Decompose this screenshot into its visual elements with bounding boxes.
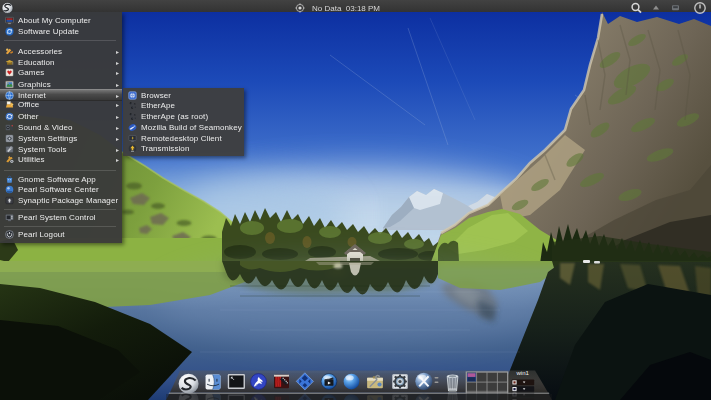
svg-text:No Data 03:18 PM: No Data 03:18 PM [312, 4, 380, 13]
svg-text:win1: win1 [516, 370, 530, 376]
